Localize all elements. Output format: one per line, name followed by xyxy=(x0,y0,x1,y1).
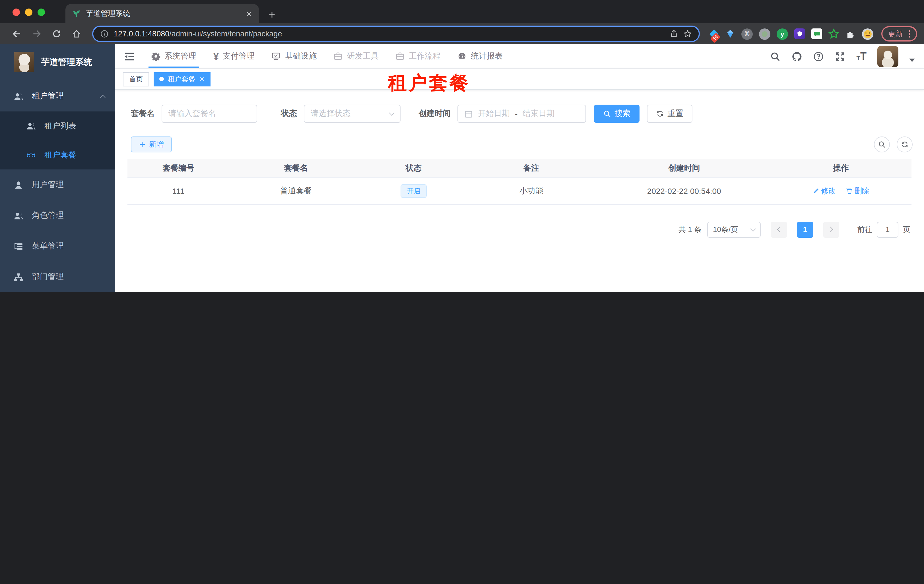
nav-item-workflow[interactable]: 工作流程 xyxy=(387,44,449,68)
table-search-toggle-button[interactable] xyxy=(874,137,890,152)
font-size-icon[interactable]: TT xyxy=(856,51,866,61)
extensions-puzzle-icon[interactable] xyxy=(845,29,856,39)
user-avatar[interactable] xyxy=(877,46,898,67)
site-info-icon[interactable] xyxy=(100,30,109,38)
tag-home[interactable]: 首页 xyxy=(123,72,149,86)
search-icon xyxy=(878,140,886,148)
tab-close-icon[interactable] xyxy=(246,10,252,17)
extension-shield-icon[interactable] xyxy=(794,28,805,39)
package-name-input[interactable]: 请输入套餐名 xyxy=(162,105,257,123)
toolbox-icon xyxy=(334,52,343,61)
minimize-window-button[interactable] xyxy=(25,8,33,16)
active-dot-icon xyxy=(159,77,164,81)
add-button[interactable]: 新增 xyxy=(131,137,172,152)
sidebar-item-department-management[interactable]: 部门管理 xyxy=(0,262,115,292)
col-actions: 操作 xyxy=(771,159,911,178)
chevron-right-icon xyxy=(828,227,833,232)
browser-tab[interactable]: 芋道管理系统 xyxy=(66,4,259,23)
reload-icon[interactable] xyxy=(52,29,61,39)
cell-status: 开启 xyxy=(363,178,465,204)
plus-icon xyxy=(139,141,146,148)
tags-view-bar: 首页 租户套餐 xyxy=(115,69,924,90)
next-page-button[interactable] xyxy=(823,222,839,237)
tab-title: 芋道管理系统 xyxy=(86,8,241,19)
monitor-icon xyxy=(272,52,281,61)
nav-item-infrastructure[interactable]: 基础设施 xyxy=(263,44,325,68)
url-host: 127.0.0.1:48080 xyxy=(114,30,169,38)
nav-item-label: 统计报表 xyxy=(471,51,503,61)
users-icon xyxy=(26,121,36,131)
search-icon[interactable] xyxy=(770,51,781,62)
page-content: 套餐名 请输入套餐名 状态 请选择状态 创建时间 开始日期 - 结束日期 搜索 xyxy=(115,90,924,292)
nav-item-system[interactable]: 系统管理 xyxy=(143,44,205,68)
extension-chat-icon[interactable] xyxy=(811,28,822,39)
sidebar-logo[interactable]: 芋道管理系统 xyxy=(0,44,115,73)
new-tab-button[interactable] xyxy=(268,11,276,19)
table-row[interactable]: 111 普通套餐 开启 小功能 2022-02-22 00:54:00 修改 删… xyxy=(127,178,911,204)
page-number-current[interactable]: 1 xyxy=(797,222,813,237)
github-icon[interactable] xyxy=(792,51,802,62)
nav-item-dev-tools[interactable]: 研发工具 xyxy=(325,44,387,68)
back-icon[interactable] xyxy=(12,29,21,39)
url-bar[interactable]: 127.0.0.1:48080/admin-ui/system/tenant/p… xyxy=(92,26,700,42)
date-range-picker[interactable]: 开始日期 - 结束日期 xyxy=(457,105,586,123)
prev-page-button[interactable] xyxy=(771,222,787,237)
help-icon[interactable] xyxy=(813,51,824,62)
sidebar-item-menu-management[interactable]: 菜单管理 xyxy=(0,231,115,262)
extension-recorder-icon[interactable] xyxy=(759,28,771,39)
avatar-caret-icon[interactable] xyxy=(909,59,915,62)
extension-command-icon[interactable]: ⌘ xyxy=(741,28,753,39)
extension-star-icon[interactable] xyxy=(828,28,839,39)
search-button[interactable]: 搜索 xyxy=(594,105,640,123)
url-text[interactable]: 127.0.0.1:48080/admin-ui/system/tenant/p… xyxy=(114,30,665,38)
extension-kite-icon[interactable]: 10 xyxy=(709,30,719,37)
top-nav: 系统管理 ¥ 支付管理 基础设施 研发工具 xyxy=(143,44,511,68)
users-icon xyxy=(14,211,23,220)
reset-button[interactable]: 重置 xyxy=(647,105,693,123)
page-unit-label: 页 xyxy=(903,224,910,235)
delete-link[interactable]: 删除 xyxy=(846,186,870,196)
status-select[interactable]: 请选择状态 xyxy=(304,105,401,123)
sidebar-item-tenant-management[interactable]: 租户管理 xyxy=(0,81,115,112)
sidebar-item-tenant-package[interactable]: 租户套餐 xyxy=(0,140,115,169)
sidebar-fold-icon[interactable] xyxy=(124,51,135,62)
page-size-select[interactable]: 10条/页 xyxy=(707,222,761,237)
table-refresh-button[interactable] xyxy=(897,137,912,152)
home-icon[interactable] xyxy=(72,29,81,39)
tag-tenant-package[interactable]: 租户套餐 xyxy=(153,72,211,86)
extension-avatar-smiley-icon[interactable] xyxy=(862,28,873,39)
search-icon xyxy=(603,110,611,118)
browser-update-button[interactable]: 更新 xyxy=(881,26,917,41)
col-create-time: 创建时间 xyxy=(598,159,771,178)
cell-actions: 修改 删除 xyxy=(771,178,911,204)
edit-link[interactable]: 修改 xyxy=(812,186,836,196)
org-chart-icon xyxy=(14,272,23,282)
sidebar: 芋道管理系统 租户管理 租户列表 租户套餐 xyxy=(0,44,115,292)
zoom-window-button[interactable] xyxy=(38,8,45,16)
extension-y-icon[interactable]: y xyxy=(777,28,788,39)
sidebar-item-label: 租户套餐 xyxy=(45,150,76,160)
sidebar-item-user-management[interactable]: 用户管理 xyxy=(0,169,115,200)
close-window-button[interactable] xyxy=(13,8,20,16)
fullscreen-icon[interactable] xyxy=(835,51,846,62)
bookmark-star-icon[interactable] xyxy=(683,30,692,38)
logo-rabbit-image xyxy=(14,52,34,72)
extension-gem-icon[interactable] xyxy=(726,29,735,39)
sidebar-item-label: 部门管理 xyxy=(32,272,64,282)
share-icon[interactable] xyxy=(670,30,678,38)
sidebar-item-role-management[interactable]: 角色管理 xyxy=(0,200,115,231)
tag-close-icon[interactable] xyxy=(199,76,205,82)
pagination: 共 1 条 10条/页 1 前往 1 页 xyxy=(123,222,910,237)
window-controls[interactable] xyxy=(13,8,45,16)
sidebar-item-label: 租户管理 xyxy=(32,91,64,101)
forward-icon[interactable] xyxy=(32,29,41,39)
status-label: 状态 xyxy=(281,109,297,119)
goto-page-input[interactable]: 1 xyxy=(877,222,898,237)
sidebar-item-tenant-list[interactable]: 租户列表 xyxy=(0,112,115,140)
users-icon xyxy=(14,91,23,101)
tree-list-icon xyxy=(14,242,23,251)
nav-item-payment[interactable]: ¥ 支付管理 xyxy=(205,44,263,68)
nav-item-label: 研发工具 xyxy=(347,51,379,61)
browser-menu-icon[interactable] xyxy=(909,30,910,38)
nav-item-reports[interactable]: 统计报表 xyxy=(449,44,511,68)
